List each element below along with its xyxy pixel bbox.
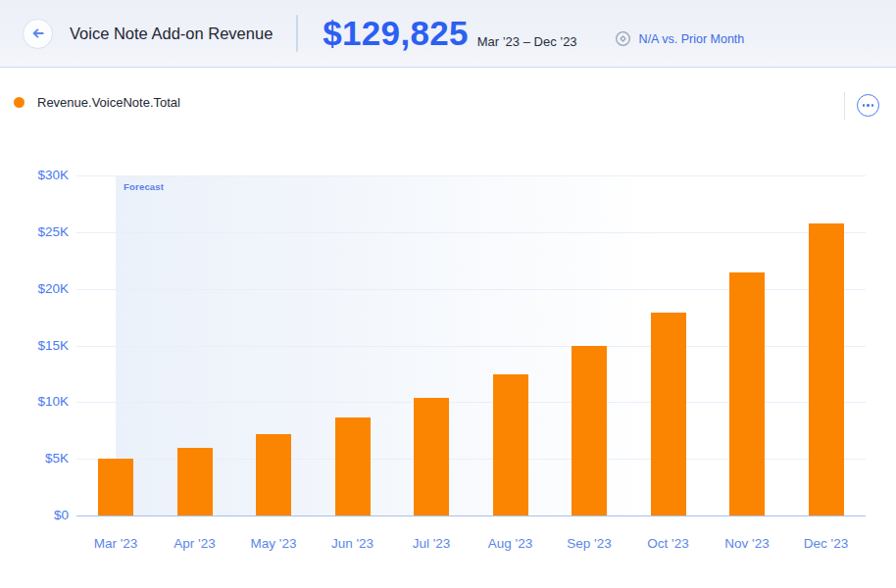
- gridline: [76, 232, 866, 233]
- bar-oct-23[interactable]: [651, 313, 686, 515]
- comparison-label: N/A vs. Prior Month: [639, 32, 745, 46]
- y-axis-tick-label: $0: [0, 507, 69, 524]
- page-title: Voice Note Add-on Revenue: [70, 24, 273, 43]
- y-axis-tick-label: $20K: [0, 280, 69, 298]
- y-axis-tick-label: $10K: [0, 393, 69, 411]
- y-axis-tick-label: $5K: [0, 450, 69, 467]
- y-axis-tick-label: $15K: [0, 337, 69, 355]
- x-axis-line: [76, 515, 866, 516]
- arrow-left-icon: [30, 25, 46, 41]
- gridline: [76, 175, 866, 176]
- ellipsis-icon: [863, 104, 874, 107]
- x-axis-label-nov-23: Nov '23: [703, 536, 791, 552]
- bar-sep-23[interactable]: [572, 346, 607, 515]
- y-axis-tick-label: $25K: [0, 223, 69, 241]
- bar-dec-23[interactable]: [809, 223, 844, 515]
- bar-mar-23[interactable]: [98, 459, 133, 515]
- revenue-bar-chart: Forecast$0$5K$10K$15K$20K$25K$30KMar '23…: [0, 125, 896, 588]
- x-axis-label-aug-23: Aug '23: [467, 536, 555, 552]
- more-options-button[interactable]: [857, 94, 879, 117]
- x-axis-label-sep-23: Sep '23: [545, 536, 633, 552]
- bar-may-23[interactable]: [256, 434, 291, 515]
- bar-jul-23[interactable]: [414, 398, 449, 515]
- kpi-date-range: Mar ’23 – Dec ’23: [477, 34, 577, 49]
- legend-row: Revenue.VoiceNote.Total: [0, 69, 896, 125]
- y-axis-tick-label: $30K: [0, 167, 69, 184]
- series-color-dot-icon: [14, 97, 25, 108]
- header-bar: Voice Note Add-on Revenue $129,825 Mar ’…: [0, 0, 896, 68]
- forecast-label: Forecast: [116, 175, 866, 192]
- x-axis-label-jul-23: Jul '23: [387, 536, 475, 552]
- legend-series-label: Revenue.VoiceNote.Total: [37, 95, 180, 110]
- bar-apr-23[interactable]: [177, 448, 213, 515]
- header-divider: [296, 15, 298, 52]
- x-axis-label-mar-23: Mar '23: [72, 536, 160, 552]
- bar-jun-23[interactable]: [335, 417, 371, 515]
- back-button[interactable]: [23, 19, 53, 49]
- x-axis-label-jun-23: Jun '23: [309, 536, 397, 552]
- prior-month-comparison[interactable]: N/A vs. Prior Month: [615, 30, 745, 47]
- legend-item-revenue[interactable]: Revenue.VoiceNote.Total: [14, 95, 180, 110]
- bar-nov-23[interactable]: [729, 272, 765, 515]
- legend-divider: [844, 92, 845, 120]
- neutral-change-icon: [615, 30, 631, 47]
- x-axis-label-dec-23: Dec '23: [782, 536, 871, 552]
- kpi-total-value: $129,825: [323, 14, 468, 53]
- x-axis-label-oct-23: Oct '23: [624, 536, 713, 552]
- bar-aug-23[interactable]: [493, 374, 528, 515]
- x-axis-label-may-23: May '23: [229, 536, 318, 552]
- x-axis-label-apr-23: Apr '23: [151, 536, 239, 552]
